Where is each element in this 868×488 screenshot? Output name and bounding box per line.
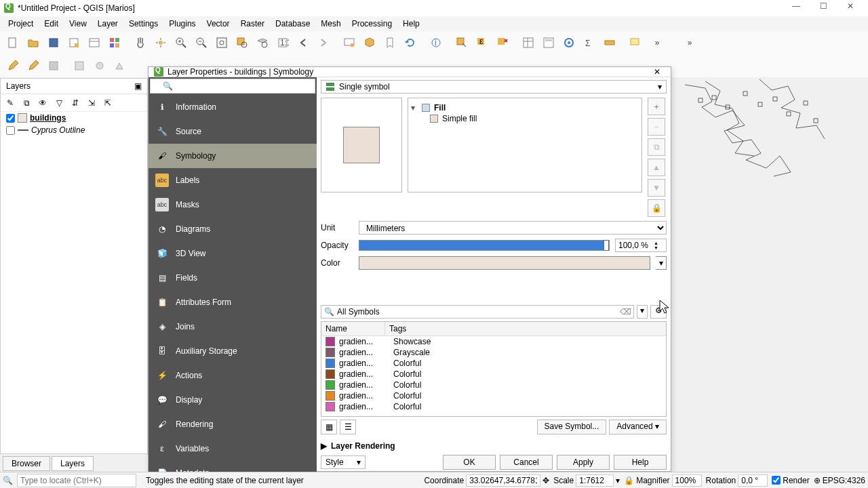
menu-edit[interactable]: Edit — [39, 18, 64, 30]
filter-legend-icon[interactable]: ▽ — [52, 96, 66, 110]
refresh-icon[interactable] — [401, 33, 420, 52]
new-bookmark-icon[interactable] — [380, 33, 399, 52]
zoom-out-icon[interactable] — [192, 33, 211, 52]
symbol-filter-dropdown[interactable]: ▾ — [637, 305, 648, 319]
dialog-close-button[interactable]: ✕ — [649, 67, 665, 77]
symbol-search[interactable]: 🔍 ⌫ — [321, 305, 634, 319]
layer-rendering-label[interactable]: Layer Rendering — [331, 441, 395, 451]
menu-project[interactable]: Project — [3, 18, 39, 30]
edit-pencil-icon[interactable] — [3, 56, 22, 75]
dialog-side-search[interactable] — [150, 79, 315, 94]
zoom-last-icon[interactable] — [294, 33, 313, 52]
remove-symbol-layer-button[interactable]: － — [648, 118, 665, 136]
clear-search-icon[interactable]: ⌫ — [620, 307, 631, 317]
chevron-down-icon[interactable]: ▾ — [616, 476, 620, 485]
sidebar-item-fields[interactable]: ▤Fields — [149, 266, 317, 290]
symbol-row[interactable]: gradien...Colorful — [321, 401, 666, 412]
sidebar-item-auxiliary[interactable]: 🗄Auxiliary Storage — [149, 339, 317, 363]
rotation-field[interactable] — [738, 474, 768, 487]
digitize-icon[interactable] — [90, 56, 109, 75]
locator-input[interactable] — [17, 474, 136, 487]
tab-browser[interactable]: Browser — [3, 456, 50, 471]
expand-icon[interactable]: ⇵ — [68, 96, 82, 110]
minimize-button[interactable]: — — [783, 1, 810, 15]
style-manager-button[interactable]: ⚙ — [650, 305, 667, 319]
symbol-layer-tree[interactable]: ▾Fill Simple fill — [408, 98, 642, 192]
list-view-button[interactable]: ☰ — [340, 420, 356, 434]
menu-plugins[interactable]: Plugins — [163, 18, 201, 30]
col-tags[interactable]: Tags — [385, 322, 666, 336]
sidebar-item-attributes-form[interactable]: 📋Attributes Form — [149, 290, 317, 314]
advanced-button[interactable]: Advanced ▾ — [609, 420, 667, 434]
layer-row-buildings[interactable]: buildings — [1, 112, 147, 124]
help-button[interactable]: Help — [614, 455, 667, 470]
style-manager-icon[interactable] — [105, 33, 124, 52]
remove-layer-icon[interactable]: ⇱ — [101, 96, 115, 110]
symbol-type-dropdown[interactable]: Single symbol ▾ — [321, 80, 667, 94]
sidebar-item-rendering[interactable]: 🖌Rendering — [149, 412, 317, 436]
zoom-native-icon[interactable]: 1:1 — [273, 33, 292, 52]
sidebar-item-joins[interactable]: ◈Joins — [149, 314, 317, 339]
save-edits-icon[interactable] — [44, 56, 63, 75]
deselect-icon[interactable] — [493, 33, 512, 52]
map-canvas[interactable] — [678, 78, 868, 214]
menu-layer[interactable]: Layer — [92, 18, 123, 30]
pan-to-selection-icon[interactable] — [151, 33, 170, 52]
coord-toggle-icon[interactable]: ✥ — [542, 476, 549, 485]
identify-icon[interactable]: i — [427, 33, 446, 52]
symbol-search-input[interactable] — [337, 307, 617, 317]
spin-buttons[interactable]: ▲▼ — [654, 241, 658, 250]
symbol-row[interactable]: gradien...Grayscale — [321, 347, 666, 358]
zoom-next-icon[interactable] — [314, 33, 333, 52]
maximize-button[interactable]: ☐ — [810, 1, 837, 15]
ok-button[interactable]: OK — [443, 455, 496, 470]
render-checkbox[interactable] — [772, 476, 781, 485]
color-picker-dropdown[interactable]: ▾ — [656, 256, 667, 270]
layout-manager-icon[interactable] — [85, 33, 104, 52]
zoom-selection-icon[interactable] — [233, 33, 252, 52]
statistics-icon[interactable]: Σ — [580, 33, 599, 52]
menu-vector[interactable]: Vector — [201, 18, 235, 30]
duplicate-symbol-layer-button[interactable]: ⧉ — [648, 138, 665, 156]
opacity-spinbox[interactable]: ▲▼ — [615, 239, 667, 252]
sidebar-item-information[interactable]: ℹInformation — [149, 95, 317, 119]
new-3d-view-icon[interactable] — [360, 33, 379, 52]
toggle-editing-icon[interactable] — [24, 56, 43, 75]
toolbar-overflow-2[interactable]: » — [684, 38, 696, 47]
move-down-button[interactable]: ▼ — [648, 179, 665, 197]
icon-view-button[interactable]: ▦ — [321, 420, 337, 434]
sidebar-item-masks[interactable]: abcMasks — [149, 192, 317, 217]
close-button[interactable]: ✕ — [837, 1, 864, 15]
layer-row-cyprus[interactable]: Cyprus Outline — [1, 124, 147, 136]
zoom-full-icon[interactable] — [212, 33, 231, 52]
new-project-icon[interactable] — [3, 33, 22, 52]
sidebar-item-labels[interactable]: abcLabels — [149, 168, 317, 192]
color-picker[interactable] — [359, 256, 650, 270]
coordinate-field[interactable] — [466, 474, 540, 487]
save-project-icon[interactable] — [44, 33, 63, 52]
expand-icon[interactable]: ▶ — [321, 441, 327, 451]
symbol-row[interactable]: gradien...Colorful — [321, 380, 666, 390]
panel-dock-icon[interactable]: ▣ — [134, 81, 142, 91]
open-project-icon[interactable] — [24, 33, 43, 52]
col-name[interactable]: Name — [321, 322, 385, 336]
menu-settings[interactable]: Settings — [123, 18, 163, 30]
scale-field[interactable] — [576, 474, 614, 487]
tree-collapse-icon[interactable]: ▾ — [411, 103, 418, 113]
new-print-layout-icon[interactable] — [64, 33, 83, 52]
menu-view[interactable]: View — [64, 18, 92, 30]
sidebar-item-symbology[interactable]: 🖌Symbology — [149, 144, 317, 168]
collapse-icon[interactable]: ⇲ — [85, 96, 98, 110]
add-symbol-layer-button[interactable]: ＋ — [648, 98, 665, 115]
magnifier-field[interactable] — [672, 474, 702, 487]
symbol-row[interactable]: gradien...Colorful — [321, 369, 666, 380]
menu-help[interactable]: Help — [397, 18, 425, 30]
processing-toolbox-icon[interactable] — [559, 33, 578, 52]
menu-processing[interactable]: Processing — [347, 18, 397, 30]
map-tips-icon[interactable] — [626, 33, 645, 52]
save-symbol-button[interactable]: Save Symbol... — [537, 420, 607, 434]
sidebar-item-3dview[interactable]: 🧊3D View — [149, 241, 317, 266]
menu-mesh[interactable]: Mesh — [315, 18, 346, 30]
symbol-row[interactable]: gradien...Showcase — [321, 336, 666, 347]
symbol-row[interactable]: gradien...Colorful — [321, 358, 666, 369]
